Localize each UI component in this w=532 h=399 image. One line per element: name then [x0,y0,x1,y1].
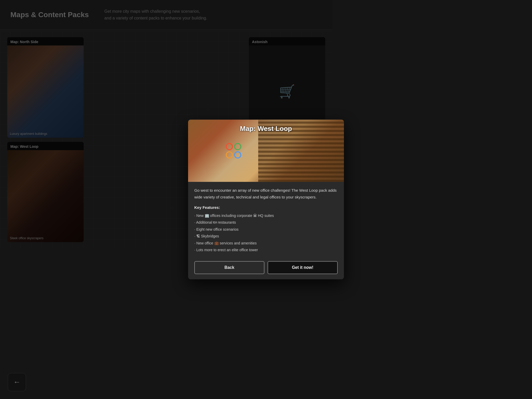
logo-circle-blue [234,151,241,158]
feature-2: · Additional 🍽 restaurants [194,220,332,225]
modal-features-list: · New 🏢 offices including corporate 🏛 HQ… [194,213,332,249]
logo-circle-green [234,143,241,150]
feature-3: · Eight new office scenarios [194,227,332,232]
feature-1: · New 🏢 offices including corporate 🏛 HQ… [194,213,332,218]
modal-image-area: Map: West Loop [188,119,332,182]
feature-6: · Lots more to erect an elite office tow… [194,247,332,249]
west-loop-logo [226,143,244,158]
modal-title: Map: West Loop [188,125,332,133]
modal-features-title: Key Features: [194,204,332,211]
modal-west-loop: Map: West Loop Go west to encounter an a… [188,119,332,249]
modal-description: Go west to encounter an array of new off… [194,187,332,200]
modal-body: Go west to encounter an array of new off… [188,182,332,249]
logo-circle-red [226,143,233,150]
logo-circle-orange [226,151,233,158]
feature-4: · 🏗 Skybridges [194,234,332,239]
feature-5: · New office 💼 services and amenities [194,240,332,246]
modal-title-area: Map: West Loop [188,125,332,133]
